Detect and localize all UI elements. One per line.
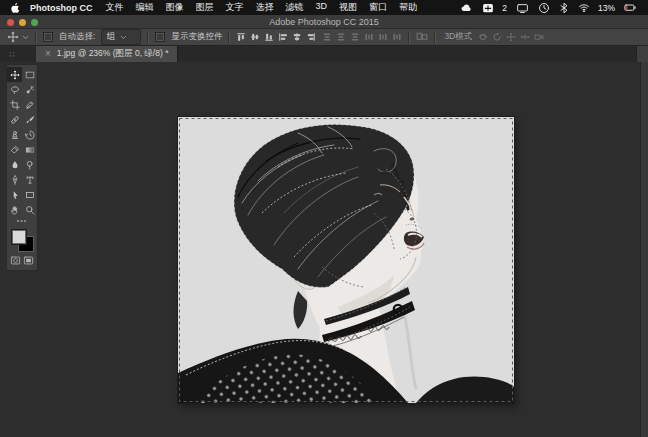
- align-vcenter-button[interactable]: [250, 32, 260, 42]
- crop-tool[interactable]: [7, 97, 22, 112]
- wifi-icon[interactable]: [578, 2, 590, 14]
- distribute-hcenter-button[interactable]: [378, 32, 388, 42]
- distribute-buttons: [322, 32, 402, 42]
- chevron-down-icon[interactable]: [22, 34, 29, 41]
- path-selection-tool[interactable]: [7, 187, 22, 202]
- 3d-pan-button[interactable]: [506, 32, 516, 42]
- app-menu[interactable]: Photoshop CC: [30, 3, 93, 13]
- separator: [35, 32, 37, 43]
- distribute-top-button[interactable]: [322, 32, 332, 42]
- edit-toolbar-ellipsis[interactable]: •••: [7, 217, 37, 225]
- zoom-tool[interactable]: [22, 202, 37, 217]
- menu-item-3D[interactable]: 3D: [316, 1, 328, 14]
- separator: [228, 32, 230, 43]
- 3d-orbit-button[interactable]: [478, 32, 488, 42]
- healing-brush-tool[interactable]: [7, 112, 22, 127]
- shape-tool[interactable]: [22, 187, 37, 202]
- history-brush-tool[interactable]: [22, 127, 37, 142]
- align-right-button[interactable]: [306, 32, 316, 42]
- lasso-tool[interactable]: [7, 82, 22, 97]
- collapsed-panel-dock[interactable]: [640, 62, 648, 437]
- auto-select-label: 自动选择:: [59, 31, 95, 43]
- menu-item-滤镜[interactable]: 滤镜: [286, 1, 304, 14]
- workspace: •••: [0, 62, 648, 437]
- menu-item-文字[interactable]: 文字: [226, 1, 244, 14]
- dodge-tool[interactable]: [22, 157, 37, 172]
- screen-mode-button[interactable]: [23, 255, 34, 266]
- canvas-image[interactable]: [178, 117, 514, 403]
- menu-item-选择[interactable]: 选择: [256, 1, 274, 14]
- hand-tool[interactable]: [7, 202, 22, 217]
- gradient-tool[interactable]: [22, 142, 37, 157]
- document-tab[interactable]: × 1.jpg @ 236% (图层 0, 绿/8) *: [36, 46, 178, 62]
- bluetooth-icon[interactable]: [558, 2, 570, 14]
- marquee-tool[interactable]: [22, 67, 37, 82]
- move-tool[interactable]: [7, 67, 22, 82]
- tools-panel: •••: [6, 64, 38, 271]
- auto-select-value: 组: [106, 31, 115, 43]
- menu-item-文件[interactable]: 文件: [106, 1, 124, 14]
- align-top-button[interactable]: [236, 32, 246, 42]
- toolbar-bottom-buttons: [7, 255, 37, 266]
- type-tool[interactable]: [22, 172, 37, 187]
- tools-grid: [7, 67, 37, 217]
- show-transform-checkbox[interactable]: [155, 32, 165, 42]
- show-transform-label: 显示变换控件: [171, 31, 222, 43]
- pen-tool[interactable]: [7, 172, 22, 187]
- distribute-right-button[interactable]: [392, 32, 402, 42]
- tab-bar-empty-area: [178, 46, 636, 62]
- clock-icon[interactable]: [538, 2, 550, 14]
- auto-align-layers-button[interactable]: [416, 31, 428, 43]
- active-tool-icon[interactable]: [7, 31, 19, 43]
- separator: [147, 32, 149, 43]
- apple-menu[interactable]: [10, 2, 21, 14]
- tool-options-bar: 自动选择: 组 显示变换控件 3D模式: [0, 29, 648, 46]
- align-buttons: [236, 32, 316, 42]
- distribute-vcenter-button[interactable]: [336, 32, 346, 42]
- 3d-camera-button[interactable]: [534, 32, 544, 42]
- foreground-color-swatch[interactable]: [11, 229, 27, 245]
- menu-status-icons: 2 13%: [459, 2, 638, 14]
- close-tab-icon[interactable]: ×: [45, 49, 51, 59]
- battery-icon: [623, 2, 638, 14]
- auto-select-checkbox[interactable]: [43, 32, 53, 42]
- menu-item-窗口[interactable]: 窗口: [369, 1, 387, 14]
- separator: [434, 32, 436, 43]
- document-tab-title: 1.jpg @ 236% (图层 0, 绿/8) *: [57, 48, 169, 60]
- window-title-bar: Adobe Photoshop CC 2015: [0, 15, 648, 29]
- cloud-icon[interactable]: [459, 2, 474, 14]
- threed-mode-label: 3D模式: [444, 31, 472, 43]
- document-tab-bar: × 1.jpg @ 236% (图层 0, 绿/8) *: [0, 46, 648, 62]
- align-hcenter-button[interactable]: [292, 32, 302, 42]
- menu-item-图像[interactable]: 图像: [166, 1, 184, 14]
- brush-tool[interactable]: [22, 112, 37, 127]
- distribute-bottom-button[interactable]: [350, 32, 360, 42]
- quick-selection-tool[interactable]: [22, 82, 37, 97]
- quick-mask-button[interactable]: [10, 255, 21, 266]
- menu-item-帮助[interactable]: 帮助: [399, 1, 417, 14]
- portrait-artwork: [178, 117, 514, 403]
- macos-menu-bar: Photoshop CC 文件编辑图像图层文字选择滤镜3D视图窗口帮助 2 13…: [0, 0, 648, 15]
- menu-item-视图[interactable]: 视图: [339, 1, 357, 14]
- auto-select-dropdown[interactable]: 组: [101, 29, 141, 45]
- clone-stamp-tool[interactable]: [7, 127, 22, 142]
- input-source-icon[interactable]: [482, 2, 494, 14]
- toolbar-dock-header[interactable]: [0, 46, 36, 62]
- align-left-button[interactable]: [278, 32, 288, 42]
- align-bottom-button[interactable]: [264, 32, 274, 42]
- distribute-left-button[interactable]: [364, 32, 374, 42]
- display-icon[interactable]: [515, 2, 530, 14]
- 3d-slide-button[interactable]: [520, 32, 530, 42]
- input-badge-count: 2: [502, 3, 507, 13]
- tab-bar-corner: [636, 46, 648, 62]
- 3d-roll-button[interactable]: [492, 32, 502, 42]
- separator: [408, 32, 410, 43]
- blur-tool[interactable]: [7, 157, 22, 172]
- menu-item-编辑[interactable]: 编辑: [136, 1, 154, 14]
- battery-percent: 13%: [598, 3, 615, 13]
- eyedropper-tool[interactable]: [22, 97, 37, 112]
- menu-item-图层[interactable]: 图层: [196, 1, 214, 14]
- panel-grip-icon: [9, 51, 16, 58]
- menu-items: 文件编辑图像图层文字选择滤镜3D视图窗口帮助: [106, 1, 418, 14]
- eraser-tool[interactable]: [7, 142, 22, 157]
